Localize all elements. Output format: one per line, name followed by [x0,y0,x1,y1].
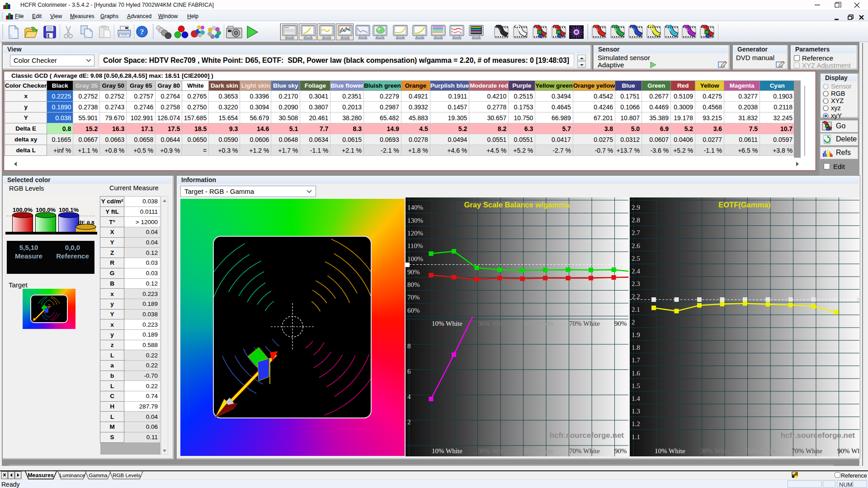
svg-text:140%: 140% [407,204,423,211]
svg-text:RGB Levels: RGB Levels [113,473,141,478]
svg-text:EOTF(Gamma): EOTF(Gamma) [718,201,771,209]
svg-text:50% White: 50% White [523,447,554,455]
svg-text:50% White: 50% White [523,320,554,327]
svg-text:hcfr.sourceforge.net: hcfr.sourceforge.net [550,431,624,440]
svg-text:2.8: 2.8 [632,216,640,224]
svg-text:90% White: 90% White [837,447,859,455]
svg-text:70%: 70% [407,294,420,301]
svg-text:130%: 130% [407,217,423,224]
svg-text:80%: 80% [407,281,420,288]
svg-text:50% White: 50% White [746,447,777,455]
svg-text:2.9: 2.9 [632,204,640,211]
svg-text:60%: 60% [407,307,420,314]
svg-text:90% White: 90% White [614,447,628,455]
svg-text:10% White: 10% White [432,320,462,327]
svg-text:2.5: 2.5 [632,255,640,262]
svg-text:1.4: 1.4 [632,395,640,402]
svg-text:6: 6 [407,368,411,375]
svg-text:hcfr.sourceforge.net: hcfr.sourceforge.net [781,431,855,440]
svg-text:1.7: 1.7 [632,357,640,364]
svg-text:1.1: 1.1 [632,433,640,441]
svg-text:Gamma: Gamma [89,473,108,478]
svg-text:1.8: 1.8 [632,344,640,351]
svg-text:Luminance: Luminance [60,473,85,478]
svg-text:?: ? [140,28,144,36]
svg-text:2.4: 2.4 [632,267,640,275]
svg-text:70% White: 70% White [569,447,600,455]
svg-text:2.7: 2.7 [632,229,640,236]
svg-text:90%: 90% [407,268,420,276]
svg-text:120%: 120% [407,230,423,237]
svg-text:10% White: 10% White [432,447,462,455]
svg-text:1.5: 1.5 [632,382,640,389]
svg-text:70% White: 70% White [569,320,600,327]
svg-text:2.2: 2.2 [632,293,640,300]
svg-text:100%: 100% [407,255,423,263]
svg-text:1.9: 1.9 [632,331,640,338]
svg-text:110%: 110% [407,242,423,249]
svg-text:10% White: 10% White [655,447,685,455]
svg-text:1.2: 1.2 [632,420,640,427]
svg-text:2.6: 2.6 [632,242,640,249]
svg-text:30% White: 30% White [478,320,509,327]
svg-text:4: 4 [407,393,411,400]
svg-text:30% White: 30% White [478,447,509,455]
svg-text:2.1: 2.1 [632,306,640,313]
svg-text:2.3: 2.3 [632,280,640,287]
svg-text:2: 2 [407,418,411,426]
svg-text:90% White: 90% White [614,320,628,327]
svg-text:Gray Scale Balance w/gamma: Gray Scale Balance w/gamma [464,201,570,209]
svg-text:1.6: 1.6 [632,370,640,377]
svg-text:70% White: 70% White [792,447,822,455]
svg-text:2: 2 [632,319,635,326]
svg-text:30% White: 30% White [700,447,731,455]
svg-text:1.3: 1.3 [632,408,640,415]
svg-text:Measures: Measures [28,472,54,479]
svg-text:8: 8 [407,343,411,350]
